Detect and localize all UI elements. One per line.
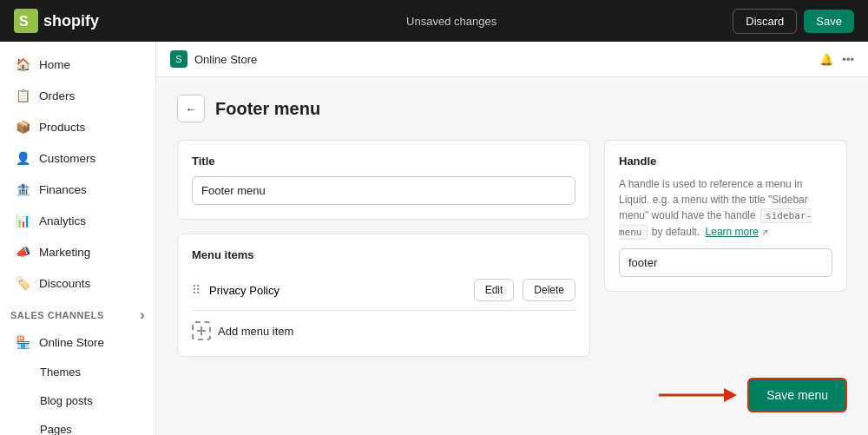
discounts-icon: 🏷️ — [16, 276, 30, 290]
sidebar-item-label: Pages — [40, 423, 72, 435]
sidebar-item-label: Marketing — [39, 246, 90, 259]
analytics-icon: 📊 — [16, 214, 30, 227]
sidebar-item-finances[interactable]: 🏦 Finances — [5, 175, 150, 204]
plus-icon — [196, 326, 207, 336]
sidebar-item-products[interactable]: 📦 Products — [5, 112, 150, 142]
orders-icon: 📋 — [16, 89, 30, 102]
sidebar-item-marketing[interactable]: 📣 Marketing — [5, 237, 150, 267]
more-options-icon[interactable]: ••• — [842, 53, 854, 66]
sidebar-item-label: Blog posts — [40, 394, 93, 407]
shopify-icon: S — [14, 9, 38, 33]
title-label: Title — [192, 155, 575, 168]
main-content: S Online Store 🔔 ••• ← Footer menu — [156, 42, 868, 435]
sidebar-item-pages[interactable]: Pages — [30, 415, 150, 435]
handle-input[interactable] — [619, 248, 832, 277]
sidebar-item-themes[interactable]: Themes — [30, 358, 150, 386]
sidebar-item-customers[interactable]: 👤 Customers — [5, 143, 150, 173]
delete-button[interactable]: Delete — [523, 279, 575, 301]
page-title: Footer menu — [215, 99, 320, 119]
save-menu-button[interactable]: Save menu — [747, 378, 847, 412]
sidebar-item-label: Analytics — [39, 214, 86, 227]
sidebar-item-label: Orders — [39, 89, 75, 102]
header-right: 🔔 ••• — [819, 53, 854, 66]
sidebar-item-label: Products — [39, 121, 85, 134]
left-column: Title Menu items ⠿ Privacy Policy Edit D… — [177, 140, 590, 357]
sidebar-item-label: Discounts — [39, 277, 90, 290]
add-menu-item-label: Add menu item — [218, 325, 293, 338]
svg-text:S: S — [19, 14, 29, 29]
page-header: ← Footer menu — [177, 95, 847, 122]
topbar: S shopify Unsaved changes Discard Save — [0, 0, 868, 42]
add-icon — [192, 321, 211, 340]
menu-item-name: Privacy Policy — [209, 284, 465, 297]
expand-icon[interactable]: › — [140, 307, 145, 323]
menu-items-title: Menu items — [192, 248, 575, 261]
sidebar-item-label: Home — [39, 58, 70, 71]
save-top-button[interactable]: Save — [804, 10, 854, 33]
svg-marker-5 — [724, 388, 737, 402]
svg-rect-3 — [197, 330, 206, 332]
back-button[interactable]: ← — [177, 95, 205, 122]
bell-icon[interactable]: 🔔 — [819, 53, 833, 66]
sidebar-sub-nav: Themes Blog posts Pages Navigation Prefe… — [24, 358, 155, 435]
sidebar-item-analytics[interactable]: 📊 Analytics — [5, 206, 150, 235]
handle-description: A handle is used to reference a menu in … — [619, 176, 832, 240]
customers-icon: 👤 — [16, 151, 30, 165]
sidebar-item-label: Finances — [39, 183, 87, 196]
sidebar-item-home[interactable]: 🏠 Home — [5, 49, 150, 79]
back-icon: ← — [185, 102, 196, 115]
content-header: S Online Store 🔔 ••• — [156, 42, 868, 77]
menu-items-card: Menu items ⠿ Privacy Policy Edit Delete — [177, 234, 590, 357]
handle-card: Handle A handle is used to reference a m… — [604, 140, 847, 292]
store-label: Online Store — [194, 53, 257, 66]
title-card: Title — [177, 140, 590, 220]
online-store-icon: 🏪 — [16, 335, 30, 349]
sidebar-item-label: Customers — [39, 152, 95, 165]
logo: S shopify — [14, 9, 170, 33]
unsaved-label: Unsaved changes — [170, 15, 733, 28]
sidebar: 🏠 Home 📋 Orders 📦 Products 👤 Customers 🏦… — [0, 42, 156, 435]
content-body: ← Footer menu Title Menu items — [156, 77, 868, 435]
learn-more-link[interactable]: Learn more — [706, 226, 759, 238]
add-menu-item-button[interactable]: Add menu item — [192, 311, 575, 342]
sidebar-item-orders[interactable]: 📋 Orders — [5, 81, 150, 110]
table-row: ⠿ Privacy Policy Edit Delete — [192, 270, 575, 311]
sales-channels-label: Sales channels › — [0, 299, 155, 326]
sidebar-item-label: Themes — [40, 366, 81, 379]
logo-text: shopify — [43, 12, 99, 30]
topbar-actions: Discard Save — [733, 9, 854, 34]
sidebar-item-online-store[interactable]: 🏪 Online Store — [5, 327, 150, 357]
sidebar-item-blog-posts[interactable]: Blog posts — [30, 386, 150, 415]
handle-title: Handle — [619, 155, 832, 168]
external-icon: ↗ — [761, 227, 768, 237]
products-icon: 📦 — [16, 120, 30, 134]
marketing-icon: 📣 — [16, 245, 30, 259]
sidebar-item-discounts[interactable]: 🏷️ Discounts — [5, 268, 150, 298]
save-menu-area: Save menu — [177, 378, 847, 412]
edit-button[interactable]: Edit — [474, 279, 515, 301]
red-arrow-icon — [650, 378, 737, 412]
sidebar-item-label: Online Store — [39, 336, 104, 349]
home-icon: 🏠 — [16, 57, 30, 71]
arrow-container — [650, 378, 737, 412]
discard-button[interactable]: Discard — [733, 9, 797, 34]
online-store-badge: S — [170, 50, 187, 68]
finances-icon: 🏦 — [16, 182, 30, 196]
right-column: Handle A handle is used to reference a m… — [604, 140, 847, 357]
content-grid: Title Menu items ⠿ Privacy Policy Edit D… — [177, 140, 847, 357]
title-input[interactable] — [192, 176, 575, 205]
drag-handle-icon[interactable]: ⠿ — [192, 283, 201, 297]
